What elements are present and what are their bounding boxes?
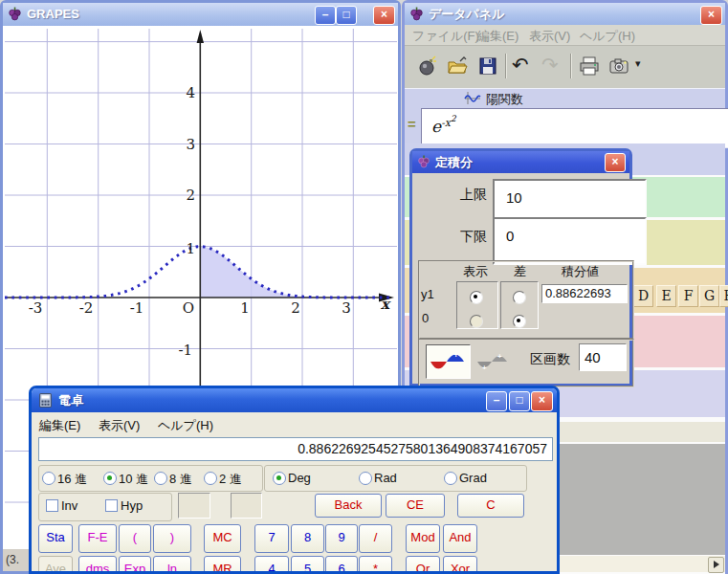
key-divide[interactable]: / (359, 524, 392, 553)
grape-icon (417, 155, 430, 168)
row-y1-label: y1 (421, 287, 434, 301)
key-sta[interactable]: Sta (38, 524, 73, 553)
radio-hex-label[interactable]: 16 進 (57, 471, 87, 488)
new-bomb-icon[interactable] (417, 55, 438, 77)
key-4[interactable]: 4 (254, 556, 289, 574)
close-button[interactable]: × (605, 153, 626, 172)
radio-0-display[interactable] (470, 315, 483, 328)
radio-hex[interactable] (42, 472, 55, 485)
key-multiply[interactable]: * (359, 556, 392, 574)
svg-text:3: 3 (186, 136, 195, 153)
radio-deg[interactable] (273, 472, 286, 485)
lower-limit-input[interactable]: 0 (493, 217, 647, 265)
menu-view[interactable]: 表示(V) (99, 417, 140, 434)
menu-edit[interactable]: 編集(E) (39, 417, 80, 434)
print-icon[interactable] (579, 55, 600, 77)
scroll-right-button[interactable] (708, 557, 724, 573)
key-mr[interactable]: MR (204, 556, 241, 574)
radio-oct-label[interactable]: 8 進 (169, 471, 192, 488)
key-open-paren[interactable]: ( (119, 524, 151, 553)
param-button-d[interactable]: D (633, 285, 653, 307)
svg-text:+: + (453, 350, 458, 360)
key-7[interactable]: 7 (254, 524, 289, 553)
key-dms[interactable]: dms (78, 556, 117, 574)
menu-view[interactable]: 表示(V) (529, 28, 570, 45)
radio-bin-label[interactable]: 2 進 (219, 471, 242, 488)
radio-dec[interactable] (103, 472, 117, 485)
key-close-paren[interactable]: ) (153, 524, 191, 553)
menu-help[interactable]: ヘルプ(H) (580, 28, 635, 45)
radio-dec-label[interactable]: 10 進 (119, 471, 148, 488)
radio-y1-display[interactable] (470, 291, 483, 304)
data-panel-titlebar[interactable]: データパネル × (405, 3, 725, 25)
radio-y1-difference[interactable] (513, 291, 526, 304)
radio-0-difference[interactable] (513, 315, 526, 328)
key-8[interactable]: 8 (291, 524, 324, 553)
capture-dropdown-icon[interactable]: ▾ (635, 57, 641, 70)
close-button[interactable]: × (700, 6, 722, 25)
param-button-e[interactable]: E (656, 285, 676, 307)
svg-text:+: + (497, 352, 502, 361)
param-button-f[interactable]: F (678, 285, 698, 307)
redo-icon[interactable]: ↷ (541, 54, 559, 77)
integral-dialog-titlebar[interactable]: 定積分 × (412, 151, 629, 173)
key-6[interactable]: 6 (325, 556, 358, 574)
radio-rad-label[interactable]: Rad (374, 471, 397, 485)
svg-text:+: + (482, 364, 487, 372)
svg-text:4: 4 (186, 84, 195, 101)
radio-rad[interactable] (359, 472, 372, 485)
param-button-h[interactable]: H (719, 285, 728, 307)
grapes-titlebar[interactable]: GRAPES – □ × (3, 3, 398, 26)
menu-file[interactable]: ファイル(F) (412, 28, 479, 45)
svg-text:−: − (436, 364, 441, 374)
key-mc[interactable]: MC (204, 524, 241, 553)
definite-integral-dialog: 定積分 × 上限 10 下限 0 表示 差 積分値 y1 0 0.8862269… (409, 148, 632, 386)
menu-help[interactable]: ヘルプ(H) (158, 417, 213, 434)
param-button-g[interactable]: G (699, 285, 719, 307)
clear-entry-button[interactable]: CE (386, 494, 445, 518)
key-and[interactable]: And (443, 524, 477, 553)
column-difference-header: 差 (514, 263, 526, 280)
integral-value-field[interactable]: 0.88622693 (541, 284, 628, 303)
checkbox-inv-label[interactable]: Inv (61, 498, 77, 513)
radio-bin[interactable] (204, 472, 217, 485)
absolute-area-icon: + + (475, 349, 512, 374)
checkbox-hyp[interactable] (105, 499, 118, 512)
capture-camera-icon[interactable] (608, 55, 629, 77)
signed-area-mode-button[interactable]: − + (426, 344, 471, 379)
key-exp[interactable]: Exp (119, 556, 151, 574)
function-input[interactable]: e-x2 (421, 108, 728, 148)
checkbox-inv[interactable] (46, 499, 58, 512)
calculator-display[interactable]: 0.88622692545275801364908374167057 (38, 437, 553, 461)
key-mod[interactable]: Mod (406, 524, 440, 553)
maximize-button[interactable]: □ (509, 391, 530, 411)
close-button[interactable]: × (373, 6, 395, 25)
key-5[interactable]: 5 (291, 556, 324, 574)
partitions-input[interactable]: 40 (579, 343, 627, 371)
radio-grad[interactable] (444, 472, 457, 485)
open-folder-icon[interactable] (447, 55, 468, 77)
calculator-titlebar[interactable]: 電卓 – □ × (32, 388, 557, 412)
back-button[interactable]: Back (315, 494, 382, 518)
key-xor[interactable]: Xor (443, 556, 477, 574)
maximize-button[interactable]: □ (336, 6, 357, 25)
shaded-integral-region (200, 247, 393, 298)
clear-button[interactable]: C (457, 494, 524, 518)
key-ln[interactable]: ln (153, 556, 191, 574)
key-or[interactable]: Or (406, 556, 440, 574)
minimize-button[interactable]: – (315, 6, 336, 25)
undo-icon[interactable]: ↶ (512, 54, 529, 77)
radio-oct[interactable] (154, 472, 167, 485)
minimize-button[interactable]: – (486, 391, 507, 411)
key-ave[interactable]: Ave (38, 556, 73, 574)
absolute-area-mode-button[interactable]: + + (475, 349, 512, 376)
menu-edit[interactable]: 編集(E) (477, 28, 518, 45)
close-button[interactable]: × (531, 391, 553, 411)
save-floppy-icon[interactable] (477, 55, 498, 77)
grapes-title: GRAPES (27, 5, 79, 24)
key-fe[interactable]: F-E (78, 524, 117, 553)
radio-grad-label[interactable]: Grad (459, 471, 487, 485)
radio-deg-label[interactable]: Deg (288, 471, 311, 485)
key-9[interactable]: 9 (325, 524, 358, 553)
checkbox-hyp-label[interactable]: Hyp (121, 498, 143, 513)
